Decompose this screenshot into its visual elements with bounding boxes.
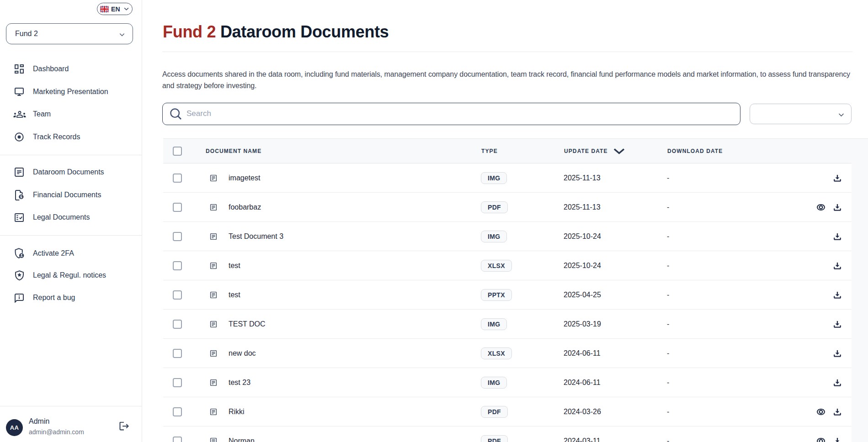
svg-text:$: $ <box>20 195 22 199</box>
